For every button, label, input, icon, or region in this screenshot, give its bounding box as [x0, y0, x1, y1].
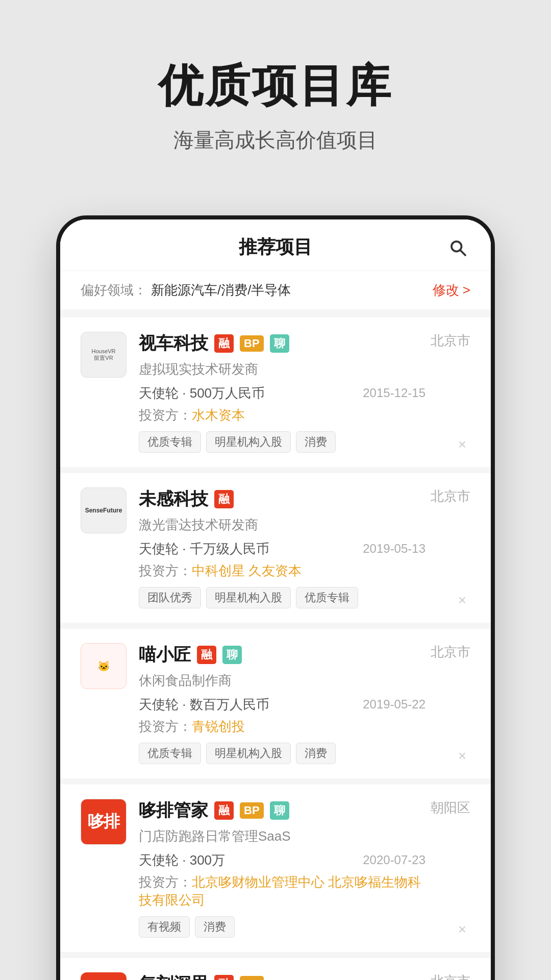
app-title: 推荐项目: [106, 235, 445, 260]
tag: 优质专辑: [139, 743, 201, 764]
company-desc: 激光雷达技术研发商: [139, 516, 425, 534]
badge-bp: BP: [240, 335, 264, 352]
tag: 消费: [296, 743, 336, 764]
card-location: 北京市: [431, 643, 470, 661]
tag: 明星机构入股: [206, 431, 291, 453]
project-card[interactable]: 哆排 哆排管家 融 BP 聊 门店防跑路日常管理SaaS 天使轮 · 300万 …: [60, 785, 491, 952]
app-screen: 推荐项目 偏好领域： 新能源汽车/消费/半导体 修改 > HouseVR留置VR: [60, 219, 491, 980]
tags-row: 优质专辑 明星机构入股 消费: [139, 431, 425, 453]
company-logo: 🐱: [81, 643, 127, 689]
company-logo: S: [81, 972, 127, 980]
tag: 消费: [296, 431, 336, 453]
badge-bp: BP: [240, 976, 264, 980]
badge-liao: 聊: [270, 334, 289, 353]
project-card[interactable]: SenseFuture 未感科技 融 激光雷达技术研发商 天使轮 · 千万级人民…: [60, 473, 491, 623]
funding-date: 2020-07-23: [363, 853, 425, 867]
preference-value: 新能源汽车/消费/半导体: [151, 281, 433, 299]
logo-text: HouseVR留置VR: [91, 348, 115, 361]
funding-info: 天使轮 · 数百万人民币: [139, 696, 269, 714]
company-logo: SenseFuture: [81, 487, 127, 533]
search-button[interactable]: [445, 235, 470, 260]
logo-text: 🐱: [97, 660, 110, 672]
tag: 消费: [195, 916, 235, 938]
investor-row: 投资方：中科创星 久友资本: [139, 562, 425, 580]
svg-line-1: [460, 250, 465, 255]
search-icon: [448, 238, 467, 257]
tags-row: 有视频 消费: [139, 916, 425, 938]
project-card[interactable]: HouseVR留置VR 视车科技 融 BP 聊 虚拟现实技术研发商 天使轮 · …: [60, 317, 491, 467]
badge-liao: 聊: [222, 646, 242, 664]
company-name: 哆排管家: [139, 799, 208, 822]
funding-info: 天使轮 · 300万: [139, 851, 225, 869]
investor-row: 投资方：北京哆财物业管理中心 北京哆福生物科技有限公司: [139, 873, 425, 909]
company-name: 喵小匠: [139, 643, 191, 667]
funding-date: 2015-12-15: [363, 386, 425, 400]
project-card[interactable]: 🐱 喵小匠 融 聊 休闲食品制作商 天使轮 · 数百万人民币 2019-05-2…: [60, 629, 491, 778]
tag: 有视频: [139, 916, 190, 938]
close-button[interactable]: ×: [454, 748, 470, 764]
company-desc: 虚拟现实技术研发商: [139, 360, 425, 378]
company-desc: 门店防跑路日常管理SaaS: [139, 827, 425, 845]
badge-rong: 融: [214, 490, 234, 508]
tags-row: 优质专辑 明星机构入股 消费: [139, 743, 425, 764]
badge-rong: 融: [214, 334, 234, 353]
tag: 优质专辑: [139, 431, 201, 453]
badge-rong: 融: [214, 975, 234, 980]
tags-row: 团队优秀 明星机构入股 优质专辑: [139, 587, 425, 608]
project-card[interactable]: S 每刻深思 融 BP 北京市: [60, 958, 491, 980]
funding-date: 2019-05-22: [363, 697, 425, 712]
card-location: 北京市: [431, 487, 470, 505]
tag: 明星机构入股: [206, 743, 291, 764]
company-name: 未感科技: [139, 487, 208, 511]
close-button[interactable]: ×: [454, 921, 470, 938]
logo-text: SenseFuture: [85, 507, 122, 514]
funding-info: 天使轮 · 500万人民币: [139, 384, 265, 402]
app-header: 推荐项目: [60, 219, 491, 271]
main-title: 优质项目库: [158, 61, 393, 111]
funding-date: 2019-05-13: [363, 542, 425, 556]
preference-label: 偏好领域：: [81, 281, 147, 299]
tag: 团队优秀: [139, 587, 201, 608]
badge-liao: 聊: [270, 801, 289, 820]
card-location: 朝阳区: [431, 799, 470, 817]
investor-row: 投资方：水木资本: [139, 406, 425, 424]
tag: 优质专辑: [296, 587, 358, 608]
company-name: 视车科技: [139, 332, 208, 355]
company-name: 每刻深思: [139, 972, 208, 980]
company-desc: 休闲食品制作商: [139, 672, 425, 690]
sub-title: 海量高成长高价值项目: [173, 126, 378, 154]
badge-rong: 融: [197, 646, 216, 664]
badge-rong: 融: [214, 801, 234, 820]
preference-bar: 偏好领域： 新能源汽车/消费/半导体 修改 >: [60, 271, 491, 309]
card-location: 北京市: [431, 332, 470, 350]
investor-row: 投资方：青锐创投: [139, 718, 425, 736]
company-logo: 哆排: [81, 799, 127, 845]
card-location: 北京市: [431, 972, 470, 980]
badge-bp: BP: [240, 802, 264, 819]
funding-info: 天使轮 · 千万级人民币: [139, 540, 269, 558]
tag: 明星机构入股: [206, 587, 291, 608]
company-logo: HouseVR留置VR: [81, 332, 127, 378]
modify-link[interactable]: 修改 >: [433, 281, 470, 299]
phone-frame: 推荐项目 偏好领域： 新能源汽车/消费/半导体 修改 > HouseVR留置VR: [56, 215, 495, 980]
header-section: 优质项目库 海量高成长高价值项目: [0, 0, 551, 185]
close-button[interactable]: ×: [454, 436, 470, 453]
close-button[interactable]: ×: [454, 592, 470, 608]
